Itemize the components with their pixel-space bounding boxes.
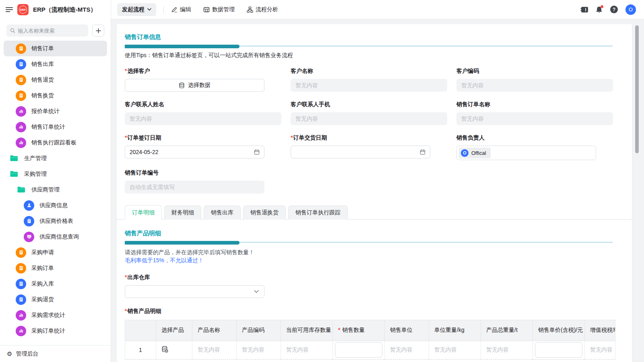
customer-code-label: 客户编码 <box>456 68 613 75</box>
select-data-button[interactable]: 选择数据 <box>125 79 264 92</box>
notification-badge <box>601 5 603 8</box>
sidebar-item[interactable]: 供应商管理 <box>4 182 107 197</box>
table-cell: 暂无内容 <box>192 341 237 359</box>
sidebar-item[interactable]: 供应商信息查询 <box>4 229 107 245</box>
sidebar-menu: 销售订单销售出库销售退货销售换货报价单统计销售订单统计销售执行跟踪看板生产管理采… <box>0 41 111 345</box>
tab[interactable]: 订单明细 <box>125 205 162 220</box>
sidebar-item[interactable]: 销售退货 <box>4 72 107 88</box>
sidebar-item-label: 供应商信息查询 <box>39 233 79 241</box>
tabs: 订单明细财务明细销售出库销售退换货销售订单执行跟踪 <box>125 205 613 220</box>
customer-name-input: 暂无内容 <box>291 79 447 92</box>
field-sales-owner: 销售负责人 O Offical <box>456 134 613 160</box>
search-input[interactable] <box>18 28 85 34</box>
sidebar-item-label: 销售订单 <box>31 45 54 52</box>
table-cell: 暂无内容 <box>385 341 429 359</box>
collapse-sidebar-icon[interactable] <box>6 7 13 12</box>
product-progress-bar <box>125 241 613 245</box>
sidebar-item-label: 供应商信息 <box>39 202 68 209</box>
product-tip-2: 毛利率低于15%，不允以通过！ <box>125 256 613 264</box>
sidebar-item-label: 销售执行跟踪看板 <box>31 139 76 146</box>
gear-icon: ⚙ <box>7 351 12 357</box>
search-box[interactable] <box>6 25 88 37</box>
sidebar-item[interactable]: 供应商价格表 <box>4 213 107 229</box>
sales-owner-label: 销售负责人 <box>456 134 613 142</box>
field-order-name: 销售订单名称 暂无内容 <box>456 101 613 125</box>
help-icon[interactable]: ? <box>610 6 618 13</box>
column-header: 销售单价(含税)/元 <box>533 320 585 341</box>
sidebar-item[interactable]: 采购申请 <box>4 245 107 260</box>
field-customer-code: 客户编码 暂无内容 <box>456 68 613 92</box>
table-cell-input[interactable] <box>535 342 582 358</box>
notification-bell-icon[interactable] <box>596 6 603 13</box>
required-asterisk: * <box>125 308 127 314</box>
flow-analysis-button[interactable]: 流程分析 <box>247 6 278 13</box>
search-icon <box>10 28 15 33</box>
sidebar-item[interactable]: 生产管理 <box>4 150 107 166</box>
bar-chart-icon <box>16 326 26 336</box>
tab[interactable]: 财务明细 <box>164 206 201 220</box>
required-asterisk: * <box>125 68 127 74</box>
vertical-scrollbar[interactable] <box>635 25 639 153</box>
sidebar-item[interactable]: 采购退货 <box>4 292 107 307</box>
data-manage-button[interactable]: 数据管理 <box>203 6 235 13</box>
sidebar-item-label: 销售出库 <box>31 61 54 68</box>
app-title: ERP（流程制造-MTS） <box>33 6 97 14</box>
member-chip[interactable]: O Offical <box>459 148 491 158</box>
sidebar-item[interactable]: 销售订单 <box>4 41 107 56</box>
select-product-cell[interactable] <box>156 341 192 359</box>
doc-icon <box>16 247 26 258</box>
logo-text: ERP <box>19 6 27 14</box>
delivery-date-input[interactable] <box>291 146 430 158</box>
column-header <box>125 320 156 341</box>
user-avatar[interactable]: O <box>625 4 636 15</box>
sign-date-input[interactable]: 2024-05-22 <box>125 146 264 158</box>
sidebar-item[interactable]: 销售换货 <box>4 88 107 103</box>
table-cell: 暂无内容 <box>237 341 281 359</box>
sidebar-item-label: 采购订单统计 <box>31 327 65 335</box>
panel-toggle-icon[interactable] <box>580 6 588 13</box>
tab[interactable]: 销售订单执行跟踪 <box>288 206 348 220</box>
member-avatar: O <box>461 149 469 157</box>
table-cell-input[interactable] <box>335 342 382 358</box>
top-toolbar: 发起流程 编辑 数据管理 流程分析 ? O <box>111 0 644 19</box>
sign-date-value: 2024-05-22 <box>130 149 159 155</box>
sidebar-item-label: 采购订单 <box>31 265 54 272</box>
add-button[interactable] <box>92 25 104 37</box>
order-no-label: 销售订单编号 <box>125 169 281 177</box>
start-flow-button[interactable]: 发起流程 <box>117 3 156 16</box>
delivery-date-label: 订单交货日期 <box>293 134 327 141</box>
sidebar-item[interactable]: 采购入库 <box>4 276 107 292</box>
sidebar-item[interactable]: 采购管理 <box>4 166 107 182</box>
doc-icon <box>16 90 26 101</box>
sales-owner-input[interactable]: O Offical <box>456 146 596 160</box>
app-logo-icon: ERP <box>17 4 29 15</box>
warehouse-select[interactable] <box>125 285 264 298</box>
tab[interactable]: 销售出库 <box>204 206 241 220</box>
database-select-icon[interactable] <box>161 346 168 353</box>
product-table-label: 销售产品明细 <box>127 308 161 314</box>
sidebar-item[interactable]: 销售出库 <box>4 56 107 72</box>
sidebar-item[interactable]: 销售订单统计 <box>4 119 107 135</box>
admin-backend-button[interactable]: ⚙ 管理后台 <box>0 345 111 362</box>
main-area: 销售订单信息 使用Tips：销售订单通过标签页，可以一站式完成所有销售业务流程 … <box>111 19 644 362</box>
member-name: Offical <box>471 150 486 156</box>
sidebar-item[interactable]: 销售执行跟踪看板 <box>4 135 107 150</box>
column-header: 选择产品 <box>156 320 192 341</box>
edit-button[interactable]: 编辑 <box>171 6 191 13</box>
sidebar-item[interactable]: 报价单统计 <box>4 103 107 119</box>
column-header: 产品编码 <box>237 320 281 341</box>
sidebar-item[interactable]: 采购订单统计 <box>4 323 107 339</box>
folder-icon <box>16 186 26 193</box>
column-header: 产品总重量/t <box>481 320 533 341</box>
sidebar-item[interactable]: 采购需求统计 <box>4 307 107 323</box>
tab[interactable]: 销售退换货 <box>243 206 286 220</box>
sidebar-item[interactable]: 采购订单 <box>4 260 107 276</box>
order-progress-bar <box>125 45 613 48</box>
chevron-down-icon <box>254 290 259 293</box>
sidebar-item[interactable]: 供应商信息 <box>4 197 107 213</box>
order-progress-fill <box>125 45 239 48</box>
customer-select-label: 选择客户 <box>127 68 150 74</box>
bar-chart-icon <box>16 106 26 117</box>
order-section-title: 销售订单信息 <box>125 33 613 41</box>
sidebar-item-label: 报价单统计 <box>31 108 60 115</box>
